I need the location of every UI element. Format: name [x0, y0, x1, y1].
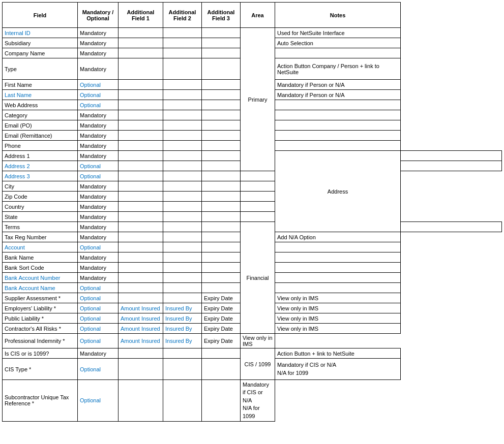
add1-cell — [118, 192, 163, 202]
add3-cell — [202, 28, 241, 38]
add2-cell — [163, 171, 202, 181]
add2-cell: Insured By — [163, 334, 202, 348]
add3-cell: Expiry Date — [202, 324, 241, 334]
add1-cell — [118, 293, 163, 303]
field-cell: Country — [3, 202, 78, 212]
add2-cell — [163, 283, 202, 293]
add1-cell — [118, 171, 163, 181]
add2-cell — [163, 181, 202, 192]
add3-cell — [202, 171, 241, 181]
add1-cell — [118, 252, 163, 263]
add3-cell: Expiry Date — [202, 334, 241, 348]
field-cell: Subcontractor Unique Tax Reference * — [3, 380, 78, 422]
mandatory-cell: Mandatory — [78, 181, 118, 192]
add2-cell — [163, 38, 202, 48]
mandatory-cell: Mandatory — [78, 28, 118, 38]
table-row: Professional Indemnity *OptionalAmount I… — [3, 334, 502, 348]
mandatory-cell: Optional — [78, 161, 118, 171]
add2-cell: Insured By — [163, 303, 202, 313]
add3-cell — [202, 38, 241, 48]
mandatory-cell: Optional — [78, 380, 118, 422]
add1-cell — [118, 181, 163, 192]
add3-cell — [202, 141, 241, 151]
add3-cell — [202, 242, 241, 252]
add3-cell: Expiry Date — [202, 303, 241, 313]
table-row: Zip CodeMandatory — [3, 192, 502, 202]
field-cell: Employers' Liability * — [3, 303, 78, 313]
add2-cell — [163, 232, 202, 242]
add3-cell — [202, 58, 241, 80]
table-row: TermsMandatoryFinancial — [3, 222, 502, 232]
add1-cell — [118, 58, 163, 80]
table-row: StateMandatory — [3, 212, 502, 222]
notes-cell — [401, 222, 502, 232]
notes-cell — [241, 171, 275, 181]
field-cell: Web Address — [3, 100, 78, 110]
mandatory-cell: Mandatory — [78, 202, 118, 212]
col-header-add3: Additional Field 3 — [202, 3, 241, 28]
table-row: Subcontractor Unique Tax Reference *Opti… — [3, 380, 502, 422]
col-header-area: Area — [241, 3, 275, 28]
area-cell: Financial — [241, 222, 275, 334]
add2-cell — [163, 28, 202, 38]
add2-cell — [163, 131, 202, 141]
add3-cell — [202, 359, 241, 380]
mandatory-cell: Mandatory — [78, 38, 118, 48]
table-row: Address 3Optional — [3, 171, 502, 181]
mandatory-cell: Optional — [78, 80, 118, 90]
add1-cell: Amount Insured — [118, 303, 163, 313]
notes-cell — [241, 202, 275, 212]
field-cell: Supplier Assessment * — [3, 293, 78, 303]
add1-cell — [118, 38, 163, 48]
field-cell: Phone — [3, 141, 78, 151]
add3-cell — [202, 263, 241, 273]
add3-cell — [202, 48, 241, 58]
area-cell: CIS / 1099 — [241, 348, 275, 380]
mandatory-cell: Optional — [78, 242, 118, 252]
add1-cell — [118, 120, 163, 131]
add2-cell — [163, 212, 202, 222]
field-cell: Tax Reg Number — [3, 232, 78, 242]
notes-cell: Mandatory if CIS or N/A N/A for 1099 — [241, 380, 275, 422]
add3-cell — [202, 273, 241, 283]
mandatory-cell: Mandatory — [78, 273, 118, 283]
notes-cell — [401, 151, 502, 161]
mandatory-cell: Optional — [78, 100, 118, 110]
mandatory-cell: Mandatory — [78, 348, 118, 359]
col-header-add2: Additional Field 2 — [163, 3, 202, 28]
notes-cell: Action Button Company / Person + link to… — [275, 58, 401, 80]
notes-cell — [275, 242, 401, 252]
add1-cell — [118, 283, 163, 293]
add3-cell — [202, 110, 241, 120]
mandatory-cell: Optional — [78, 359, 118, 380]
field-cell: Public Liability * — [3, 313, 78, 324]
field-cell: Email (Remittance) — [3, 131, 78, 141]
notes-cell: Used for NetSuite Interface — [275, 28, 401, 38]
notes-cell — [275, 131, 401, 141]
add1-cell — [118, 242, 163, 252]
mandatory-cell: Mandatory — [78, 212, 118, 222]
add2-cell — [163, 380, 202, 422]
mandatory-cell: Mandatory — [78, 110, 118, 120]
mandatory-cell: Mandatory — [78, 252, 118, 263]
mandatory-cell: Optional — [78, 313, 118, 324]
field-cell: Bank Account Number — [3, 273, 78, 283]
field-cell: Type — [3, 58, 78, 80]
mandatory-cell: Mandatory — [78, 151, 118, 161]
notes-cell — [241, 181, 275, 192]
mandatory-cell: Mandatory — [78, 120, 118, 131]
add2-cell — [163, 151, 202, 161]
notes-cell: Add N/A Option — [275, 232, 401, 242]
notes-cell: Auto Selection — [275, 38, 401, 48]
add2-cell — [163, 58, 202, 80]
add3-cell — [202, 161, 241, 171]
notes-cell — [275, 48, 401, 58]
add1-cell — [118, 141, 163, 151]
add3-cell — [202, 100, 241, 110]
field-cell: Category — [3, 110, 78, 120]
mandatory-cell: Mandatory — [78, 141, 118, 151]
add2-cell — [163, 252, 202, 263]
add2-cell: Insured By — [163, 313, 202, 324]
notes-cell — [275, 273, 401, 283]
add2-cell — [163, 273, 202, 283]
